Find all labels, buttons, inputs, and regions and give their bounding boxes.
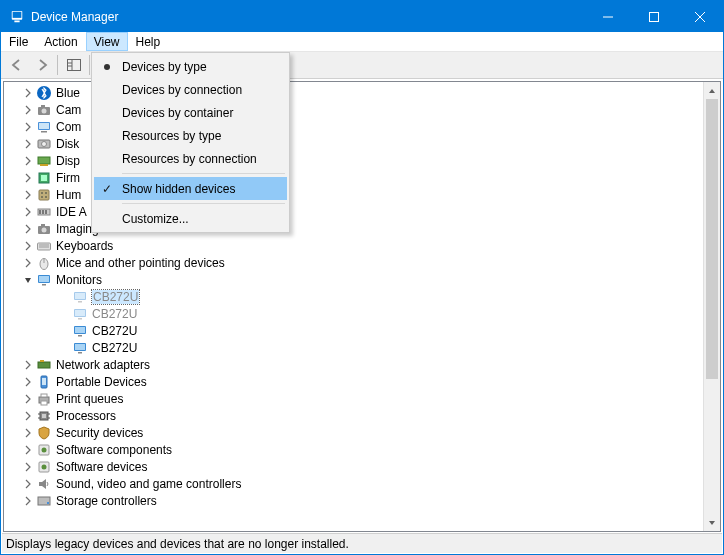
expander-closed-icon[interactable] (22, 87, 34, 99)
tree-node[interactable]: Processors (4, 407, 703, 424)
expander-closed-icon[interactable] (22, 121, 34, 133)
view-dropdown-menu: Devices by type Devices by connection De… (91, 52, 290, 233)
scroll-thumb[interactable] (706, 99, 718, 379)
svg-rect-66 (42, 414, 46, 418)
menuitem-customize[interactable]: Customize... (94, 207, 287, 230)
menuitem-show-hidden-devices[interactable]: ✓ Show hidden devices (94, 177, 287, 200)
tree-node[interactable]: Software components (4, 441, 703, 458)
tree-node[interactable]: CB272U (4, 288, 703, 305)
expander-closed-icon[interactable] (22, 206, 34, 218)
expander-closed-icon[interactable] (22, 461, 34, 473)
computer-icon (36, 119, 52, 135)
tree-node-label: Processors (56, 409, 116, 423)
window-controls (585, 1, 723, 32)
expander-closed-icon[interactable] (22, 427, 34, 439)
expander-closed-icon[interactable] (22, 155, 34, 167)
tree-node[interactable]: CB272U (4, 339, 703, 356)
software-icon (36, 442, 52, 458)
maximize-button[interactable] (631, 1, 677, 32)
menu-action[interactable]: Action (36, 32, 85, 51)
tree-node-label: Cam (56, 103, 81, 117)
sound-icon (36, 476, 52, 492)
back-button[interactable] (5, 54, 28, 76)
expander-closed-icon[interactable] (22, 189, 34, 201)
tree-node-label: Monitors (56, 273, 102, 287)
svg-point-30 (45, 196, 47, 198)
menuitem-resources-by-type[interactable]: Resources by type (94, 124, 287, 147)
expander-closed-icon[interactable] (22, 240, 34, 252)
svg-rect-57 (78, 352, 82, 354)
expander-closed-icon[interactable] (22, 138, 34, 150)
display-adapter-icon (36, 153, 52, 169)
tree-node-label: Portable Devices (56, 375, 147, 389)
network-icon (36, 357, 52, 373)
expander-closed-icon[interactable] (22, 359, 34, 371)
svg-rect-63 (41, 394, 47, 397)
svg-rect-23 (40, 164, 48, 166)
menuitem-devices-by-container[interactable]: Devices by container (94, 101, 287, 124)
firmware-icon (36, 170, 52, 186)
tree-node[interactable]: Security devices (4, 424, 703, 441)
expander-closed-icon[interactable] (22, 104, 34, 116)
menu-file[interactable]: File (1, 32, 36, 51)
minimize-button[interactable] (585, 1, 631, 32)
forward-button[interactable] (30, 54, 53, 76)
tree-node-label: Blue (56, 86, 80, 100)
expander-open-icon[interactable] (22, 274, 34, 286)
tree-node[interactable]: CB272U (4, 322, 703, 339)
scroll-down-arrow[interactable] (704, 514, 720, 531)
tree-node[interactable]: Print queues (4, 390, 703, 407)
vertical-scrollbar[interactable] (703, 82, 720, 531)
svg-rect-53 (75, 327, 85, 333)
tree-node[interactable]: Sound, video and game controllers (4, 475, 703, 492)
svg-point-74 (42, 464, 47, 469)
svg-point-36 (42, 227, 47, 232)
expander-closed-icon[interactable] (22, 444, 34, 456)
svg-rect-58 (38, 362, 50, 368)
svg-rect-50 (75, 310, 85, 316)
expander-closed-icon[interactable] (22, 393, 34, 405)
monitor-icon (36, 272, 52, 288)
svg-rect-47 (75, 293, 85, 299)
expander-closed-icon[interactable] (22, 376, 34, 388)
expander-closed-icon[interactable] (22, 410, 34, 422)
menuitem-devices-by-type[interactable]: Devices by type (94, 55, 287, 78)
window-title: Device Manager (31, 10, 118, 24)
monitor-icon (72, 323, 88, 339)
tree-node[interactable]: Storage controllers (4, 492, 703, 509)
expander-closed-icon[interactable] (22, 223, 34, 235)
monitor-icon (72, 340, 88, 356)
app-icon (9, 9, 25, 25)
tree-node[interactable]: Mice and other pointing devices (4, 254, 703, 271)
svg-point-72 (42, 447, 47, 452)
menu-view[interactable]: View (86, 32, 128, 51)
tree-node[interactable]: Network adapters (4, 356, 703, 373)
expander-closed-icon[interactable] (22, 478, 34, 490)
tree-node[interactable]: Keyboards (4, 237, 703, 254)
svg-rect-54 (78, 335, 82, 337)
svg-rect-7 (67, 60, 80, 71)
close-button[interactable] (677, 1, 723, 32)
svg-point-27 (41, 192, 43, 194)
tree-node[interactable]: Portable Devices (4, 373, 703, 390)
expander-closed-icon[interactable] (22, 495, 34, 507)
tree-node[interactable]: Monitors (4, 271, 703, 288)
scroll-up-arrow[interactable] (704, 82, 720, 99)
svg-rect-19 (41, 131, 47, 133)
menu-help[interactable]: Help (128, 32, 169, 51)
menuitem-resources-by-connection[interactable]: Resources by connection (94, 147, 287, 170)
expander-closed-icon[interactable] (22, 257, 34, 269)
software-icon (36, 459, 52, 475)
show-hide-tree-button[interactable] (62, 54, 85, 76)
cpu-icon (36, 408, 52, 424)
svg-rect-64 (41, 401, 47, 405)
menuitem-devices-by-connection[interactable]: Devices by connection (94, 78, 287, 101)
statusbar: Displays legacy devices and devices that… (2, 533, 722, 553)
tree-node[interactable]: Software devices (4, 458, 703, 475)
svg-rect-34 (45, 210, 47, 214)
expander-closed-icon[interactable] (22, 172, 34, 184)
svg-rect-33 (42, 210, 44, 214)
svg-rect-37 (41, 224, 45, 226)
tree-node-label: Disp (56, 154, 80, 168)
tree-node[interactable]: CB272U (4, 305, 703, 322)
